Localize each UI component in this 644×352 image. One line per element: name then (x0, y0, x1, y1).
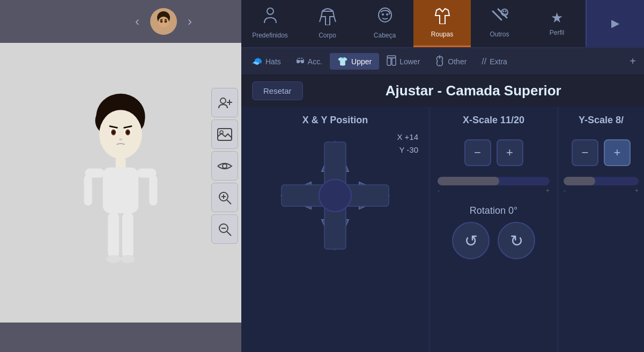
rotation-area: Rotation 0° ↺ ↻ (435, 205, 552, 259)
reset-button[interactable]: Resetar (252, 81, 303, 100)
svg-point-19 (119, 138, 122, 140)
yscale-track (564, 177, 639, 185)
subtab-hats[interactable]: 🧢 Hats (244, 53, 288, 70)
subtab-other[interactable]: Other (427, 51, 474, 72)
svg-rect-26 (108, 212, 119, 258)
presets-icon (262, 7, 278, 29)
yscale-plus-button[interactable]: + (604, 139, 631, 166)
subtab-hats-label: Hats (265, 57, 281, 66)
tab-extra[interactable]: ▶ (586, 0, 644, 47)
other-icon (435, 55, 445, 69)
xscale-max-label: + (546, 187, 550, 194)
acc-icon: 🕶 (296, 57, 305, 66)
add-tab-button[interactable]: + (624, 52, 641, 71)
subtab-upper[interactable]: 👕 Upper (330, 53, 379, 70)
cabeca-icon (376, 7, 394, 29)
nav-left-arrow[interactable]: ‹ (135, 14, 139, 29)
right-toolbar (209, 86, 241, 246)
svg-line-37 (227, 200, 231, 204)
xscale-slider[interactable]: - + (435, 177, 552, 194)
zoom-out-button[interactable] (211, 214, 238, 244)
adjust-title: Ajustar - Camada Superior (314, 83, 633, 99)
add-person-button[interactable] (211, 88, 238, 117)
extra-icon: ▶ (611, 17, 619, 29)
yscale-title: Y-Scale 8/ (579, 115, 624, 126)
subtab-acc[interactable]: 🕶 Acc. (288, 54, 330, 70)
tab-cabeca[interactable]: Cabeça (356, 0, 413, 47)
character-svg (67, 81, 174, 284)
tab-outros-label: Outros (490, 31, 509, 38)
svg-point-16 (126, 130, 129, 134)
outros-icon (491, 8, 509, 28)
svg-rect-24 (84, 175, 92, 206)
svg-point-13 (112, 130, 115, 134)
bottom-bar (0, 323, 241, 352)
yscale-labels: - + (564, 187, 639, 194)
xscale-title: X-Scale 11/20 (463, 115, 524, 126)
hats-icon: 🧢 (251, 56, 262, 66)
zoom-in-button[interactable] (211, 183, 238, 212)
svg-line-49 (493, 11, 501, 20)
left-panel: ‹ › (0, 0, 241, 352)
avatar-thumb (150, 8, 177, 35)
svg-line-41 (227, 231, 231, 236)
content-area: Resetar Ajustar - Camada Superior X & Y … (241, 75, 644, 352)
extra-sub-icon: // (482, 57, 486, 66)
lower-icon (387, 55, 396, 68)
svg-line-5 (160, 19, 162, 20)
rotate-ccw-button[interactable]: ↺ (452, 222, 490, 259)
svg-rect-56 (392, 58, 396, 65)
xy-position-section: X & Y Position X +14 Y -30 (241, 107, 430, 352)
subtab-lower-label: Lower (399, 57, 420, 66)
xy-title: X & Y Position (302, 115, 368, 126)
rotation-controls: ↺ ↻ (435, 222, 552, 259)
yscale-max-label: + (635, 187, 639, 194)
xscale-min-label: - (438, 187, 440, 194)
upper-icon: 👕 (337, 56, 348, 66)
subtab-acc-label: Acc. (308, 57, 322, 66)
subtab-other-label: Other (448, 57, 467, 66)
subtab-extra-label: Extra (490, 57, 507, 66)
main-tabs: Predefinidos Corpo (241, 0, 644, 48)
character-display (0, 43, 241, 323)
svg-point-3 (160, 20, 163, 23)
svg-point-35 (223, 164, 227, 168)
xscale-controls: − + (464, 139, 523, 166)
tab-cabeca-label: Cabeça (374, 32, 396, 39)
tab-perfil-label: Perfil (550, 29, 564, 36)
eye-button[interactable] (211, 151, 238, 181)
tab-corpo-label: Corpo (319, 32, 336, 39)
xscale-section: X-Scale 11/20 − + - + (430, 107, 558, 352)
tab-corpo[interactable]: Corpo (299, 0, 356, 47)
xscale-labels: - + (438, 187, 550, 194)
xscale-minus-button[interactable]: − (464, 139, 491, 166)
corpo-icon (319, 7, 336, 29)
rotate-cw-button[interactable]: ↻ (498, 222, 535, 259)
svg-point-48 (386, 13, 388, 16)
tab-roupas[interactable]: Roupas (413, 0, 471, 47)
controls-row: X & Y Position X +14 Y -30 (241, 107, 644, 352)
svg-point-30 (220, 98, 226, 103)
image-button[interactable] (211, 119, 238, 149)
svg-point-43 (267, 8, 273, 14)
xscale-plus-button[interactable]: + (497, 139, 523, 166)
tab-perfil[interactable]: ★ Perfil (528, 0, 586, 47)
dpad[interactable] (276, 137, 394, 254)
sub-tabs: 🧢 Hats 🕶 Acc. 👕 Upper Lower (241, 48, 644, 75)
y-value: Y -30 (397, 144, 418, 156)
nav-right-arrow[interactable]: › (188, 14, 192, 29)
svg-line-44 (320, 17, 321, 22)
tab-outros[interactable]: Outros (471, 0, 528, 47)
tab-presets-label: Predefinidos (252, 32, 288, 39)
right-panel: Predefinidos Corpo (241, 0, 644, 352)
svg-point-52 (502, 10, 504, 12)
subtab-extra[interactable]: // Extra (474, 54, 515, 70)
tab-presets[interactable]: Predefinidos (241, 0, 299, 47)
yscale-slider[interactable]: - + (561, 177, 641, 194)
svg-line-6 (165, 19, 167, 20)
subtab-lower[interactable]: Lower (379, 52, 427, 71)
rotation-title: Rotation 0° (435, 205, 552, 216)
yscale-fill (564, 177, 595, 185)
yscale-minus-button[interactable]: − (572, 139, 598, 166)
roupas-icon (433, 8, 451, 28)
